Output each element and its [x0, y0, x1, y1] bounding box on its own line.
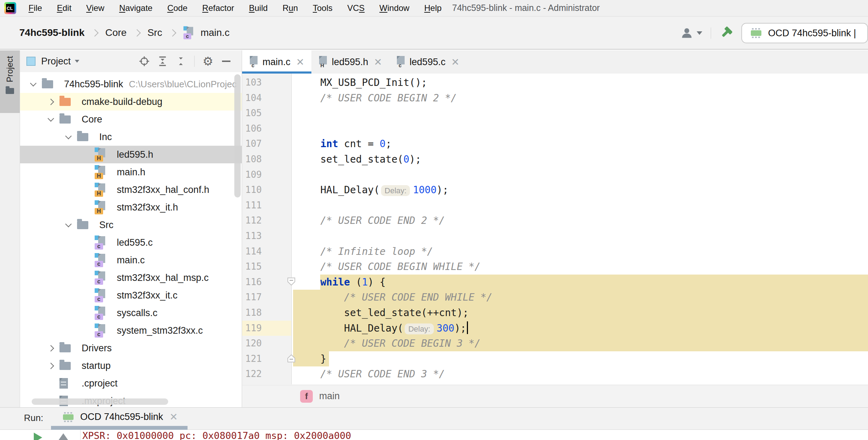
code-line-106[interactable]	[292, 121, 868, 137]
tree-row-74hc595-blink[interactable]: 74hc595-blinkC:\Users\blue\CLionProjec	[20, 75, 242, 93]
gutter-line-111[interactable]: 111	[242, 198, 291, 213]
expand-all-icon[interactable]	[156, 55, 169, 68]
editor-breadcrumb-main[interactable]: main	[319, 391, 340, 402]
breadcrumb-src[interactable]: Src	[147, 27, 162, 38]
close-icon[interactable]: ✕	[374, 56, 382, 68]
code-line-118[interactable]: set_led_state(++cnt);	[292, 305, 868, 321]
chevron-down-icon[interactable]	[47, 115, 54, 121]
code-line-120[interactable]: /* USER CODE BEGIN 3 */	[292, 336, 868, 351]
code-line-117[interactable]: /* USER CODE END WHILE */	[292, 290, 868, 305]
menu-vcs[interactable]: VCS	[340, 3, 372, 13]
gutter-line-108[interactable]: 108	[242, 152, 291, 167]
gutter-line-115[interactable]: 115	[242, 259, 291, 275]
code-line-108[interactable]: set_led_state(0);	[292, 152, 868, 167]
code-line-113[interactable]	[292, 228, 868, 244]
code-line-114[interactable]: /* Infinite loop */	[292, 244, 868, 259]
code-line-109[interactable]	[292, 167, 868, 183]
tree-row-stm32f3xx-hal-conf-h[interactable]: Hstm32f3xx_hal_conf.h	[20, 181, 242, 199]
tree-row-system-stm32f3xx-c[interactable]: csystem_stm32f3xx.c	[20, 322, 242, 339]
chevron-down-icon[interactable]	[697, 31, 702, 35]
build-hammer-icon[interactable]	[720, 27, 732, 39]
gutter-line-103[interactable]: 103	[242, 75, 291, 90]
menu-file[interactable]: File	[21, 3, 50, 13]
tree-horizontal-scrollbar[interactable]	[32, 398, 168, 405]
gutter-line-114[interactable]: 114	[242, 244, 291, 259]
gutter-line-113[interactable]: 113	[242, 228, 291, 244]
gutter-line-105[interactable]: 105	[242, 106, 291, 121]
gutter-line-119[interactable]: 119	[242, 321, 291, 336]
menu-code[interactable]: Code	[160, 3, 195, 13]
gutter-line-121[interactable]: 121	[242, 351, 291, 367]
menu-window[interactable]: Window	[372, 3, 417, 13]
gutter-line-106[interactable]: 106	[242, 121, 291, 137]
menu-build[interactable]: Build	[242, 3, 275, 13]
gutter-line-109[interactable]: 109	[242, 167, 291, 183]
tree-vertical-scrollbar[interactable]	[234, 74, 241, 197]
code-line-107[interactable]: int cnt = 0;	[292, 136, 868, 152]
code-line-104[interactable]: /* USER CODE BEGIN 2 */	[292, 90, 868, 106]
tree-row-main-c[interactable]: cmain.c	[20, 251, 242, 269]
chevron-down-icon[interactable]	[75, 60, 80, 63]
chevron-right-icon[interactable]	[47, 99, 54, 105]
chevron-down-icon[interactable]	[30, 80, 36, 86]
gutter-line-107[interactable]: 107	[242, 136, 291, 152]
tree-row-inc[interactable]: Inc	[20, 128, 242, 146]
code-line-116[interactable]: while (1) {	[292, 275, 868, 290]
tab-led595-h[interactable]: Hled595.h✕	[311, 50, 389, 74]
breadcrumb-file[interactable]: main.c	[201, 27, 229, 38]
gutter-line-117[interactable]: 117	[242, 290, 291, 305]
project-panel-title[interactable]: Project	[41, 56, 71, 67]
menu-view[interactable]: View	[79, 3, 112, 13]
tree-row-led595-h[interactable]: Hled595.h	[20, 146, 242, 163]
code-line-115[interactable]: /* USER CODE BEGIN WHILE */	[292, 259, 868, 275]
tree-row-stm32f3xx-hal-msp-c[interactable]: cstm32f3xx_hal_msp.c	[20, 269, 242, 287]
tab-led595-c[interactable]: cled595.c✕	[389, 50, 467, 74]
chevron-down-icon[interactable]	[65, 133, 71, 139]
close-icon[interactable]: ✕	[451, 56, 459, 68]
tree-row--cproject[interactable]: .cproject	[20, 375, 242, 392]
menu-tools[interactable]: Tools	[305, 3, 340, 13]
code-line-103[interactable]: MX_USB_PCD_Init();	[292, 75, 868, 90]
gutter-line-110[interactable]: 110	[242, 182, 291, 198]
chevron-down-icon[interactable]	[65, 221, 71, 227]
tree-row-src[interactable]: Src	[20, 216, 242, 234]
code-line-122[interactable]: /* USER CODE END 3 */	[292, 366, 868, 382]
tree-row-main-h[interactable]: Hmain.h	[20, 163, 242, 181]
code-line-112[interactable]: /* USER CODE END 2 */	[292, 213, 868, 228]
stripe-tab-project[interactable]: Project	[0, 50, 20, 113]
gutter-line-116[interactable]: 116	[242, 275, 291, 290]
fold-marker-icon[interactable]	[287, 354, 296, 363]
fold-marker-icon[interactable]	[287, 277, 296, 286]
menu-help[interactable]: Help	[417, 3, 449, 13]
gutter-line-104[interactable]: 104	[242, 90, 291, 106]
close-icon[interactable]: ✕	[296, 56, 304, 68]
tree-row-core[interactable]: Core	[20, 111, 242, 128]
locate-icon[interactable]	[138, 55, 151, 68]
code-text[interactable]: MX_USB_PCD_Init(); /* USER CODE BEGIN 2 …	[292, 74, 868, 384]
code-line-111[interactable]	[292, 198, 868, 213]
run-tab[interactable]: OCD 74hc595-blink ✕	[62, 411, 178, 423]
tree-row-led595-c[interactable]: cled595.c	[20, 234, 242, 251]
code-line-119[interactable]: HAL_Delay(Delay:300);	[292, 321, 868, 336]
tree-row-cmake-build-debug[interactable]: cmake-build-debug	[20, 93, 242, 111]
menu-run[interactable]: Run	[275, 3, 305, 13]
settings-gear-icon[interactable]: ⚙	[202, 55, 214, 68]
menu-edit[interactable]: Edit	[50, 3, 79, 13]
tree-row-syscalls-c[interactable]: csyscalls.c	[20, 304, 242, 322]
hide-panel-icon[interactable]	[220, 55, 233, 68]
tree-row-stm32f3xx-it-c[interactable]: cstm32f3xx_it.c	[20, 287, 242, 304]
chevron-right-icon[interactable]	[47, 363, 54, 369]
chevron-right-icon[interactable]	[47, 345, 54, 351]
breadcrumb-core[interactable]: Core	[105, 27, 127, 38]
tab-main-c[interactable]: cmain.c✕	[242, 50, 311, 74]
collapse-all-icon[interactable]	[175, 55, 187, 68]
tree-row-stm32f3xx-it-h[interactable]: Hstm32f3xx_it.h	[20, 199, 242, 216]
menu-refactor[interactable]: Refactor	[195, 3, 242, 13]
close-icon[interactable]: ✕	[170, 411, 178, 423]
gutter-line-120[interactable]: 120	[242, 336, 291, 351]
code-line-110[interactable]: HAL_Delay(Delay:1000);	[292, 182, 868, 198]
gutter-line-118[interactable]: 118	[242, 305, 291, 321]
gutter-line-122[interactable]: 122	[242, 366, 291, 382]
tree-row-drivers[interactable]: Drivers	[20, 339, 242, 357]
gutter-line-112[interactable]: 112	[242, 213, 291, 228]
